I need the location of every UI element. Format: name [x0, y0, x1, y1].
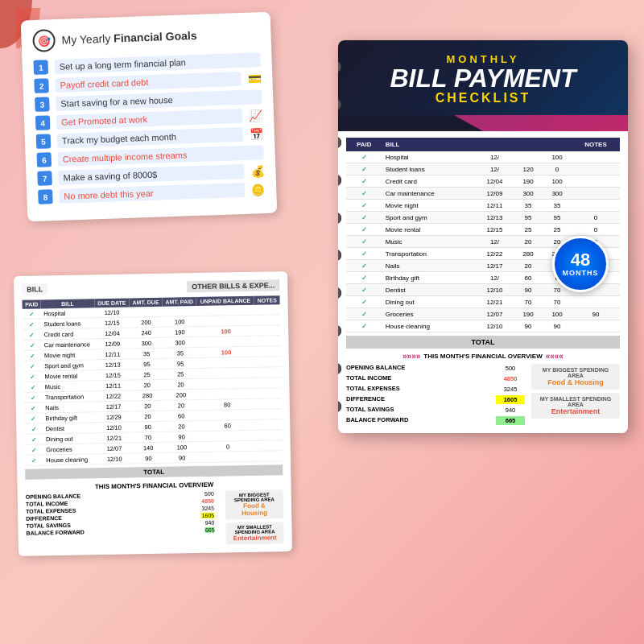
card-accent-bar	[338, 115, 628, 131]
bills-small-overview: THIS MONTH'S FINANCIAL OVERVIEW OPENING …	[26, 480, 284, 548]
goal-item-8: 8 No more debt this year 🪙	[38, 182, 265, 204]
other-bills-title: OTHER BILLS & EXPE...	[187, 279, 279, 292]
main-bill-card: MONTHLY Bill Payment CHECKLIST PAID BILL…	[338, 40, 628, 433]
col-paid: PAID	[23, 299, 42, 308]
goals-title: My Yearly Financial Goals	[61, 29, 197, 47]
ov-savings: TOTAL SAVINGS 940	[346, 406, 525, 415]
coin-icon: 🪙	[251, 183, 266, 196]
bill-small-title: BILL	[22, 283, 47, 295]
bills-small-header: BILL OTHER BILLS & EXPE...	[22, 279, 279, 295]
table-row: ✓ Student loans 12/ 120 0	[346, 163, 620, 175]
table-row: ✓ Car maintenance 12/09 300 300	[346, 188, 620, 200]
main-col-d2	[514, 138, 543, 151]
table-row: ✓ Movie rental 12/15 25 25 0	[346, 224, 620, 236]
goals-card-header: 🎯 My Yearly Financial Goals	[32, 22, 260, 52]
bill-payment-title: Bill Payment	[354, 65, 612, 91]
bill-card-header: MONTHLY Bill Payment CHECKLIST	[338, 40, 628, 115]
goals-target-icon: 🎯	[32, 29, 56, 52]
col-notes: NOTES	[254, 295, 280, 305]
checklist-subtitle: CHECKLIST	[354, 91, 612, 105]
ov-balance: BALANCE FORWARD 665	[346, 416, 525, 425]
biggest-spending-box: MY BIGGEST SPENDING AREA Food & Housing	[531, 364, 620, 390]
overview-section: »»»» THIS MONTH'S FINANCIAL OVERVIEW «««…	[346, 352, 620, 427]
overview-right: MY BIGGEST SPENDING AREA Food & Housing …	[531, 364, 620, 427]
table-row: ✓ House cleaning 12/10 90 90	[346, 320, 620, 332]
overview-grid: OPENING BALANCE 500 TOTAL INCOME 4850 TO…	[346, 364, 620, 427]
bills-small-table: PAID BILL DUE DATE AMT. DUE AMT. PAID UN…	[23, 295, 283, 466]
money-bag-icon: 💰	[250, 164, 265, 178]
table-row: ✓ Movie night 12/11 35 35	[346, 200, 620, 212]
main-col-d3	[543, 138, 572, 151]
ov-opening: OPENING BALANCE 500	[346, 364, 525, 373]
main-col-bill: BILL	[382, 138, 476, 151]
col-due-date: DUE DATE	[94, 298, 130, 308]
chart-icon: 📈	[249, 109, 263, 122]
ov-income: TOTAL INCOME 4850	[346, 374, 525, 383]
bills-small-card: BILL OTHER BILLS & EXPE... PAID BILL DUE…	[14, 271, 292, 556]
main-col-d1	[476, 138, 514, 151]
overview-section-title: »»»» THIS MONTH'S FINANCIAL OVERVIEW «««…	[346, 352, 620, 361]
main-col-notes: NOTES	[572, 138, 620, 151]
table-row: ✓ Sport and gym 12/13 95 95 0	[346, 212, 620, 224]
spiral-binding	[338, 40, 343, 433]
table-row: ✓ Credit card 12/04 190 100	[346, 175, 620, 188]
calendar-icon: 📅	[250, 127, 264, 141]
overview-left: OPENING BALANCE 500 TOTAL INCOME 4850 TO…	[346, 364, 525, 427]
main-bill-table: PAID BILL NOTES ✓ Hospital 12/ 100 ✓ Stu…	[346, 138, 620, 332]
ov-difference: DIFFERENCE 1605	[346, 395, 525, 404]
table-row: ✓ Dining out 12/21 70 70	[346, 296, 620, 308]
col-amt-paid: AMT. PAID	[162, 297, 196, 307]
credit-card-icon: 💳	[247, 72, 262, 85]
main-col-paid: PAID	[346, 138, 382, 151]
smallest-spending-box: MY SMALLEST SPENDING AREA Entertainment	[531, 393, 620, 419]
main-bill-total: TOTAL	[346, 336, 620, 349]
arrows-left: »»»»	[402, 352, 420, 361]
table-row: ✓ Groceries 12/07 190 100 90	[346, 308, 620, 320]
months-badge: 48 MONTHS	[552, 236, 609, 292]
col-amt-due: AMT. DUE	[129, 298, 162, 308]
table-row: ✓ Hospital 12/ 100	[346, 151, 620, 163]
arrows-right: ««««	[546, 352, 564, 361]
goals-card: 🎯 My Yearly Financial Goals 1 Set up a l…	[21, 12, 278, 222]
bills-small-total: TOTAL	[25, 464, 283, 480]
ov-expenses: TOTAL EXPENSES 3245	[346, 385, 525, 394]
